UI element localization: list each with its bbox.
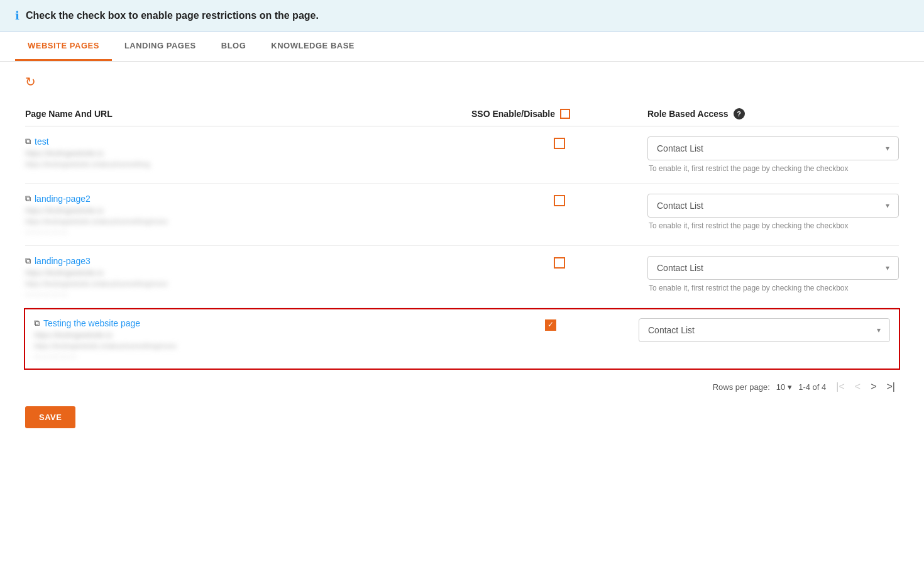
role-help-icon[interactable]: ? — [734, 108, 745, 119]
first-page-button[interactable]: |< — [832, 380, 849, 394]
role-dropdown[interactable]: Contact List ▾ — [639, 318, 890, 342]
page-name-col: ⧉ landing-page2 https://testingwebsite.i… — [25, 194, 471, 235]
role-hint: To enable it, first restrict the page by… — [647, 221, 899, 230]
role-col: Contact List ▾ To enable it, first restr… — [647, 136, 899, 173]
page-name-col: ⧉ test https://testingwebsite.io https:/… — [25, 136, 471, 168]
info-banner: ℹ Check the check box to enable page res… — [0, 0, 924, 32]
chevron-down-icon: ▾ — [886, 144, 889, 153]
page-link[interactable]: ⧉ landing-page3 — [25, 256, 471, 266]
tab-landing-pages[interactable]: LANDING PAGES — [112, 32, 209, 61]
tab-website-pages[interactable]: WEBSITE PAGES — [15, 32, 112, 61]
sso-header-checkbox[interactable] — [560, 109, 570, 119]
page-url: https://testingwebsite.io — [34, 331, 463, 340]
rows-per-page-label: Rows per page: — [713, 382, 770, 392]
role-hint: To enable it, first restrict the page by… — [647, 164, 899, 173]
banner-text: Check the check box to enable page restr… — [26, 10, 319, 21]
page-url: https://testingwebsite.io — [25, 206, 471, 215]
tab-blog[interactable]: BLOG — [209, 32, 259, 61]
external-link-icon: ⧉ — [25, 194, 31, 204]
role-hint: To enable it, first restrict the page by… — [647, 284, 899, 292]
next-page-button[interactable]: > — [867, 380, 880, 394]
refresh-button[interactable]: ↻ — [25, 74, 36, 89]
main-content: ↻ Page Name And URL SSO Enable/Disable R… — [0, 62, 924, 453]
tabs-bar: WEBSITE PAGES LANDING PAGES BLOG KNOWLED… — [0, 32, 924, 62]
page-url2: https://testingwebsite.io/about/somethin… — [34, 342, 463, 350]
page-link[interactable]: ⧉ landing-page2 — [25, 194, 471, 204]
pagination-bar: Rows per page: 10 ▾ 1-4 of 4 |< < > >| — [25, 370, 899, 400]
page-url: https://testingwebsite.io — [25, 149, 471, 158]
external-link-icon: ⧉ — [25, 256, 31, 266]
external-link-icon: ⧉ — [25, 136, 31, 147]
tab-knowledge-base[interactable]: KNOWLEDGE BASE — [258, 32, 367, 61]
page-url2: https://testingwebsite.io/about/somethin… — [25, 218, 471, 225]
last-page-button[interactable]: >| — [883, 380, 899, 394]
role-dropdown[interactable]: Contact List ▾ — [647, 136, 899, 160]
page-url3: — — — — — — [25, 228, 471, 235]
page-info: 1-4 of 4 — [798, 382, 826, 392]
page-link[interactable]: ⧉ test — [25, 136, 471, 147]
prev-page-button[interactable]: < — [851, 380, 864, 394]
role-dropdown[interactable]: Contact List ▾ — [647, 256, 899, 280]
page-url: https://testingwebsite.io — [25, 269, 471, 277]
table-row: ⧉ landing-page3 https://testingwebsite.i… — [25, 246, 899, 308]
sso-col — [471, 194, 647, 206]
table-header: Page Name And URL SSO Enable/Disable Rol… — [25, 102, 899, 126]
col-header-sso: SSO Enable/Disable — [471, 108, 647, 119]
col-header-role: Role Based Access ? — [647, 108, 899, 119]
chevron-down-icon: ▾ — [886, 201, 889, 210]
table-row-highlighted: ⧉ Testing the website page https://testi… — [24, 308, 900, 370]
pagination-nav: |< < > >| — [832, 380, 899, 394]
page-url3: — — — — — — [25, 290, 471, 297]
sso-col — [471, 136, 647, 149]
sso-checkbox[interactable] — [554, 138, 565, 149]
table-row: ⧉ test https://testingwebsite.io https:/… — [25, 126, 899, 184]
chevron-down-icon: ▾ — [886, 263, 889, 272]
sso-checkbox[interactable] — [554, 257, 565, 269]
page-link[interactable]: ⧉ Testing the website page — [34, 318, 463, 328]
page-name-col: ⧉ Testing the website page https://testi… — [34, 318, 463, 360]
rows-per-page-select[interactable]: 10 ▾ — [776, 382, 792, 392]
role-dropdown[interactable]: Contact List ▾ — [647, 194, 899, 218]
info-icon: ℹ — [15, 9, 19, 23]
sso-col — [471, 256, 647, 269]
page-url2: https://testingwebsite.io/about/somethin… — [25, 280, 471, 287]
role-col: Contact List ▾ To enable it, first restr… — [647, 256, 899, 292]
table-row: ⧉ landing-page2 https://testingwebsite.i… — [25, 184, 899, 246]
chevron-down-icon: ▾ — [788, 382, 792, 392]
save-button[interactable]: SAVE — [25, 406, 75, 428]
chevron-down-icon: ▾ — [877, 326, 881, 335]
sso-col — [463, 318, 639, 331]
col-header-page-name: Page Name And URL — [25, 108, 471, 119]
page-url3: — — — — — — [34, 352, 463, 360]
sso-checkbox[interactable] — [554, 195, 565, 206]
page-url2: https://testingwebsite.io/about/somethin… — [25, 160, 471, 168]
page-name-col: ⧉ landing-page3 https://testingwebsite.i… — [25, 256, 471, 297]
role-col: Contact List ▾ To enable it, first restr… — [647, 194, 899, 230]
sso-checkbox-checked[interactable] — [545, 319, 556, 331]
role-col: Contact List ▾ — [639, 318, 890, 342]
external-link-icon: ⧉ — [34, 318, 40, 328]
